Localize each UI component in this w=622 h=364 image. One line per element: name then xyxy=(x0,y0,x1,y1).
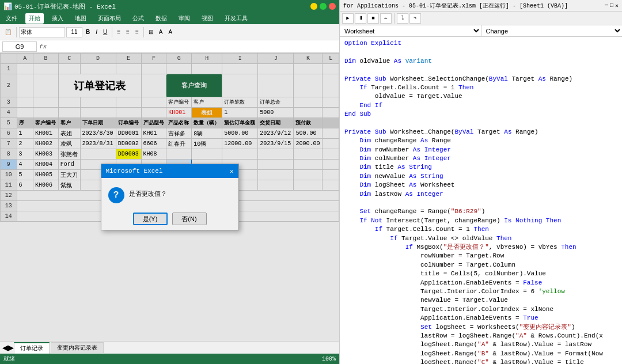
code-line: oldValue = Target.Value xyxy=(344,92,617,101)
code-line: lastRow = logSheet.Range("A" & Rows.Coun… xyxy=(344,332,617,340)
vba-minimize-btn[interactable]: ─ xyxy=(605,2,608,9)
dialog-no-button[interactable]: 否(N) xyxy=(172,213,207,225)
clipboard-btn[interactable]: 📋 xyxy=(2,28,14,36)
code-line: Dim lastRow As Integer xyxy=(344,190,617,199)
align-left-btn[interactable]: ≡ xyxy=(115,28,123,36)
code-line: Target.Interior.ColorIndex = 6 'yellow xyxy=(344,287,617,296)
code-line: newValue = Target.Value xyxy=(344,296,617,305)
excel-ribbon: 文件 开始 插入 地图 页面布局 公式 数据 审阅 视图 开发工具 xyxy=(0,13,339,24)
vba-step-over-btn[interactable]: ↷ xyxy=(409,13,421,24)
code-line: Dim oldValue As Variant xyxy=(344,57,617,66)
excel-panel: 📊 05-01-订单登记表-地图 - Excel 文件 开始 插入 地图 页面布… xyxy=(0,0,340,364)
code-line: Application.EnableEvents = False xyxy=(344,279,617,287)
vba-maximize-btn[interactable]: □ xyxy=(610,2,613,9)
code-line xyxy=(344,119,617,128)
tab-insert[interactable]: 插入 xyxy=(48,13,67,24)
code-line: Dim title As String xyxy=(344,163,617,172)
vba-close-btn[interactable]: ✕ xyxy=(615,2,619,9)
code-line: Dim colNumber As Integer xyxy=(344,154,617,163)
separator2 xyxy=(112,27,112,37)
dialog-close-icon[interactable]: ✕ xyxy=(230,168,234,175)
code-line: If MsgBox("是否更改值？", vbYesNo) = vbYes The… xyxy=(344,243,617,252)
code-line: If Target.Value <> oldValue Then xyxy=(344,234,617,243)
code-line: logSheet.Range("C" & lastRow).Value = ti… xyxy=(344,358,617,364)
code-line: Dim rowNumber As Integer xyxy=(344,146,617,154)
dialog-icon: ? xyxy=(108,187,124,203)
vba-object-dropdown[interactable]: Worksheet xyxy=(340,25,481,36)
dialog-yes-button[interactable]: 是(Y) xyxy=(133,213,168,225)
code-line: Set changeRange = Range("B6:R29") xyxy=(344,207,617,216)
code-line: colNumber = Target.Column xyxy=(344,261,617,270)
align-right-btn[interactable]: ≡ xyxy=(133,28,141,36)
sheet-nav-right[interactable]: ▶ xyxy=(8,343,14,352)
excel-statusbar: 就绪 100% xyxy=(0,354,339,364)
code-line: If Target.Cells.Count = 1 Then xyxy=(344,225,617,234)
vba-reset-btn[interactable]: ■ xyxy=(367,13,379,24)
vba-design-btn[interactable]: ✏ xyxy=(380,13,392,24)
bold-btn[interactable]: B xyxy=(84,28,92,36)
separator3 xyxy=(143,27,144,37)
code-line: Private Sub Worksheet_SelectionChange(By… xyxy=(344,75,617,84)
sheet-tab-orders[interactable]: 订单记录 xyxy=(14,342,50,354)
code-line: Target.Interior.ColorIndex = xlNone xyxy=(344,305,617,314)
formula-bar: fx xyxy=(0,40,339,53)
code-line: If Not Intersect(Target, changeRange) Is… xyxy=(344,217,617,225)
code-line: Dim changeRange As Range xyxy=(344,136,617,145)
excel-title: 05-01-订单登记表-地图 - Excel xyxy=(14,2,116,11)
align-center-btn[interactable]: ≡ xyxy=(124,28,132,36)
vba-run-btn[interactable]: ▶ xyxy=(342,13,354,24)
fx-label: fx xyxy=(39,43,47,50)
close-button[interactable] xyxy=(329,3,336,10)
code-line: rowNumber = Target.Row xyxy=(344,252,617,260)
tab-data[interactable]: 数据 xyxy=(152,13,170,24)
minimize-button[interactable] xyxy=(310,3,317,10)
code-line: End Sub xyxy=(344,110,617,119)
italic-btn[interactable]: I xyxy=(93,28,100,36)
statusbar-mode: 就绪 xyxy=(3,355,15,363)
dialog-message: 是否更改值？ xyxy=(129,187,167,198)
tab-page-layout[interactable]: 页面布局 xyxy=(94,13,124,24)
tab-review[interactable]: 审阅 xyxy=(175,13,194,24)
dialog-titlebar: Microsoft Excel ✕ xyxy=(101,164,238,178)
font-size-input[interactable] xyxy=(66,27,82,37)
vba-code-editor[interactable]: Option Explicit Dim oldValue As Variant … xyxy=(340,37,622,364)
maximize-button[interactable] xyxy=(320,3,327,10)
tab-file[interactable]: 文件 xyxy=(2,13,21,24)
code-line xyxy=(344,199,617,207)
excel-sheet-tabs: ◀ ▶ 订单记录 变更内容记录表 xyxy=(0,341,339,354)
font-color-btn[interactable]: A xyxy=(166,28,175,36)
sheet-tab-changes[interactable]: 变更内容记录表 xyxy=(51,342,104,353)
sheet-nav-left[interactable]: ◀ xyxy=(2,343,8,352)
code-line xyxy=(344,66,617,74)
formula-input[interactable] xyxy=(49,43,337,50)
name-box[interactable] xyxy=(2,41,37,52)
dialog-buttons: 是(Y) 否(N) xyxy=(101,208,238,230)
modal-overlay: Microsoft Excel ✕ ? 是否更改值？ 是(Y) 否(N) xyxy=(0,53,339,341)
code-line: Dim newValue As String xyxy=(344,172,617,181)
excel-dialog: Microsoft Excel ✕ ? 是否更改值？ 是(Y) 否(N) xyxy=(101,164,239,230)
tab-dev[interactable]: 开发工具 xyxy=(221,13,251,24)
vba-separator xyxy=(394,13,395,24)
tab-formula[interactable]: 公式 xyxy=(129,13,147,24)
vba-object-header: Worksheet Change xyxy=(340,25,622,37)
code-line: Application.EnableEvents = True xyxy=(344,314,617,323)
tab-home[interactable]: 开始 xyxy=(25,13,44,24)
tab-ditu[interactable]: 地图 xyxy=(71,13,90,24)
fill-color-btn[interactable]: A xyxy=(157,28,165,36)
dialog-title: Microsoft Excel xyxy=(106,168,163,175)
vba-title: for Applications - 05-01-订单登记表.xlsm [正在运… xyxy=(343,2,568,10)
vba-panel: for Applications - 05-01-订单登记表.xlsm [正在运… xyxy=(340,0,622,364)
underline-btn[interactable]: U xyxy=(101,28,109,36)
tab-view[interactable]: 视图 xyxy=(198,13,217,24)
border-btn[interactable]: ⊞ xyxy=(146,28,156,36)
vba-proc-dropdown[interactable]: Change xyxy=(481,25,623,36)
vba-step-into-btn[interactable]: ⤵ xyxy=(397,13,408,24)
vba-break-btn[interactable]: ⏸ xyxy=(355,13,366,24)
code-line xyxy=(344,48,617,56)
code-line: Private Sub Worksheet_Change(ByVal Targe… xyxy=(344,128,617,136)
vba-toolbar: ▶ ⏸ ■ ✏ ⤵ ↷ xyxy=(340,12,622,25)
code-line: logSheet.Range("A" & lastRow).Value = la… xyxy=(344,340,617,349)
code-line: End If xyxy=(344,101,617,110)
font-name-input[interactable] xyxy=(19,27,65,37)
separator1 xyxy=(16,27,17,37)
